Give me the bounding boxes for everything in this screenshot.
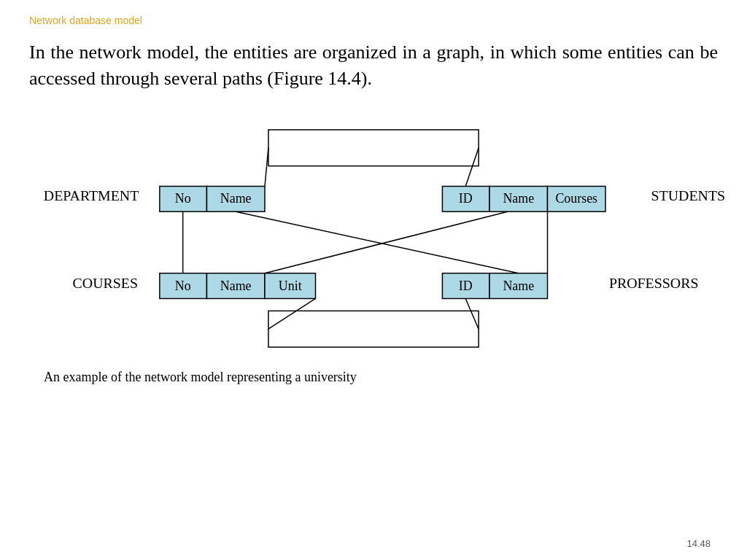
courses-label: COURSES	[73, 274, 138, 290]
svg-line-14	[236, 211, 519, 273]
students-courses-field: Courses	[555, 191, 597, 206]
svg-rect-0	[268, 130, 479, 166]
svg-line-15	[265, 211, 508, 273]
students-id-field: ID	[459, 191, 473, 206]
diagram-svg: DEPARTMENT No Name STUDENTS ID Name Cour…	[29, 114, 718, 362]
diagram-area: DEPARTMENT No Name STUDENTS ID Name Cour…	[29, 114, 718, 362]
courses-unit-field: Unit	[279, 278, 302, 292]
svg-line-12	[265, 148, 268, 187]
main-text: In the network model, the entities are o…	[29, 39, 718, 93]
dept-no-field: No	[175, 191, 191, 206]
slide-container: Network database model In the network mo…	[0, 0, 747, 560]
courses-no-field: No	[175, 278, 191, 292]
caption-text: An example of the network model represen…	[29, 370, 718, 385]
students-label: STUDENTS	[651, 187, 726, 203]
slide-title: Network database model	[29, 15, 718, 26]
department-label: DEPARTMENT	[44, 187, 139, 203]
professors-label: PROFESSORS	[609, 274, 699, 290]
slide-number: 14.48	[686, 538, 711, 549]
professors-id-field: ID	[459, 278, 473, 292]
dept-name-field: Name	[220, 191, 252, 206]
students-name-field: Name	[503, 191, 534, 206]
courses-name-field: Name	[220, 278, 252, 292]
professors-name-field: Name	[503, 278, 534, 292]
svg-rect-11	[268, 311, 479, 347]
